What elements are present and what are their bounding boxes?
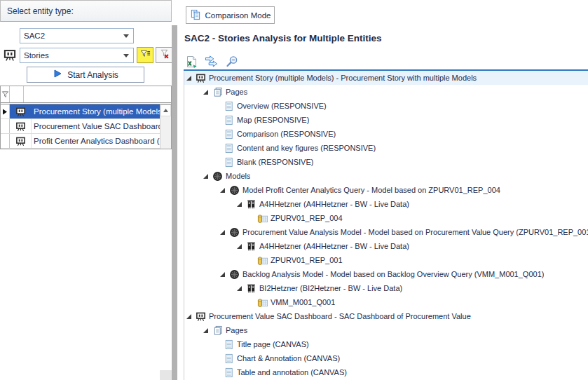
entity-type-value: SAC2 [24,32,45,40]
clear-filter-button[interactable] [156,47,172,63]
analysis-tree: Procurement Story (multiple Models) - Pr… [184,71,588,380]
entity-dropdown[interactable]: Stories [20,48,134,63]
tree-node-label: Title page (CANVAS) [237,340,309,348]
tree-node[interactable]: Pages [184,85,588,99]
start-analysis-button[interactable]: Start Analysis [27,67,144,83]
export-excel-icon[interactable] [184,54,198,69]
tree-node-label: A4HHetzner (A4HHetzner - BW - Live Data) [259,200,409,208]
zoom-search-icon[interactable] [224,54,239,69]
page-icon [223,353,234,364]
query-icon [257,213,268,224]
row-marker-icon [1,104,10,118]
scroll-up-icon[interactable] [160,104,171,116]
results-grid: Procurement Story (multiple Models)Procu… [0,86,172,149]
tree-node[interactable]: Map (RESPONSIVE) [184,113,588,127]
filter-button[interactable] [137,47,153,63]
chevron-down-icon [123,34,129,38]
start-analysis-label: Start Analysis [67,70,118,80]
expand-collapse-icon[interactable] [186,313,195,320]
tree-node-label: A4HHetzner (A4HHetzner - BW - Live Data) [259,242,409,250]
row-indicator [1,119,10,133]
tree-node-label: Pages [226,326,247,334]
tree-node[interactable]: Model Profit Center Analytics Query - Mo… [184,183,588,197]
funnel-small-icon [1,86,10,102]
analysis-toolbar [184,54,239,69]
expand-collapse-icon[interactable] [186,75,195,81]
tree-node-label: VMM_M001_Q001 [271,298,335,306]
row-indicator [1,134,10,148]
tree-node-label: Content and key figures (RESPONSIVE) [237,144,376,152]
tree-node[interactable]: Procurement Value SAC Dashboard - SAC Da… [184,309,588,323]
expand-collapse-icon[interactable] [219,271,228,278]
chevron-down-icon [123,54,129,57]
tree-node-label: Chart & Annotation (CANVAS) [237,354,340,362]
expand-collapse-icon[interactable] [203,173,212,179]
tree-node[interactable]: Overview (RESPONSIVE) [184,99,588,113]
model-icon [228,185,240,196]
tree-node[interactable]: Procurement Value Analysis Model - Model… [184,225,588,239]
tree-node[interactable]: Content and key figures (RESPONSIVE) [184,141,588,155]
tree-node[interactable]: Backlog Analysis Model - Model based on … [184,267,588,281]
expand-collapse-icon[interactable] [236,201,245,208]
expand-collapse-icon[interactable] [203,89,212,95]
app-window: Select entity type: SAC2 Stories Start A… [0,0,588,380]
tree-node[interactable]: ZPURV01_REP_001 [184,253,588,267]
list-item[interactable]: Procurement Story (multiple Models) [1,104,160,119]
system-icon [245,241,257,252]
export-arrows-icon[interactable] [204,54,219,69]
page-icon [223,339,234,350]
tree-node[interactable]: A4HHetzner (A4HHetzner - BW - Live Data) [184,197,588,211]
list-item[interactable]: Procurement Value SAC Dashboard [1,119,160,134]
story-icon [195,73,206,83]
tree-node-label: Procurement Value SAC Dashboard - SAC Da… [209,312,471,320]
tree-node[interactable]: Models [184,169,588,183]
tree-node-label: Model Profit Center Analytics Query - Mo… [242,186,500,194]
expand-collapse-icon[interactable] [219,187,228,194]
tree-node[interactable]: VMM_M001_Q001 [184,295,588,309]
expand-collapse-icon[interactable] [203,327,212,334]
tree-node-label: Overview (RESPONSIVE) [237,102,327,110]
page-icon [223,129,234,140]
pages-icon [212,325,223,336]
tree-node[interactable]: Comparison (RESPONSIVE) [184,127,588,141]
tree-node[interactable]: Title page (CANVAS) [184,337,588,351]
tree-node[interactable]: Chart & Annotation (CANVAS) [184,351,588,365]
scroll-corner [160,370,172,380]
entity-type-dropdown[interactable]: SAC2 [20,28,134,43]
model-icon [212,171,223,182]
page-icon [223,115,234,125]
tree-node[interactable]: ZPURV01_REP_004 [184,211,588,225]
list-item-label: Profit Center Analytics Dashboard (Pr [32,134,160,148]
page-icon [223,143,234,154]
story-icon [10,119,32,133]
page-icon [223,367,234,378]
select-entity-type-label: Select entity type: [7,6,74,16]
expand-collapse-icon[interactable] [236,243,245,250]
tree-node[interactable]: Pages [184,323,588,337]
tree-node-label: Table and annotation (CANVAS) [237,368,347,376]
list-item-label: Procurement Story (multiple Models) [32,104,160,118]
tree-node[interactable]: BI2Hetzner (BI2Hetzner - BW - Live Data) [184,281,588,295]
tree-node-label: Procurement Value Analysis Model - Model… [242,228,588,236]
tree-node[interactable]: Table and annotation (CANVAS) [184,365,588,379]
funnel-clear-icon [159,48,170,62]
story-icon [10,134,32,148]
tree-node-label: ZPURV01_REP_004 [271,214,343,222]
list-item[interactable]: Profit Center Analytics Dashboard (Pr [1,134,160,149]
grid-filter-row[interactable] [1,86,171,102]
expand-collapse-icon[interactable] [236,285,245,292]
page-title: SAC2 - Stories Analysis for Multiple Ent… [184,33,382,43]
tree-node[interactable]: A4HHetzner (A4HHetzner - BW - Live Data) [184,239,588,253]
copy-pages-icon [190,9,201,22]
expand-collapse-icon[interactable] [219,229,228,236]
tree-node-label: Backlog Analysis Model - Model based on … [242,270,544,278]
tree-node[interactable]: Procurement Story (multiple Models) - Pr… [184,71,588,85]
select-entity-type-header: Select entity type: [0,0,172,22]
panel-splitter[interactable] [172,25,177,380]
model-icon [228,269,240,280]
page-icon [223,157,234,168]
tree-node[interactable]: Blank (RESPONSIVE) [184,155,588,169]
comparison-mode-button[interactable]: Comparison Mode [186,6,275,24]
query-icon [257,297,268,308]
grid-scrollbar[interactable] [160,104,171,149]
